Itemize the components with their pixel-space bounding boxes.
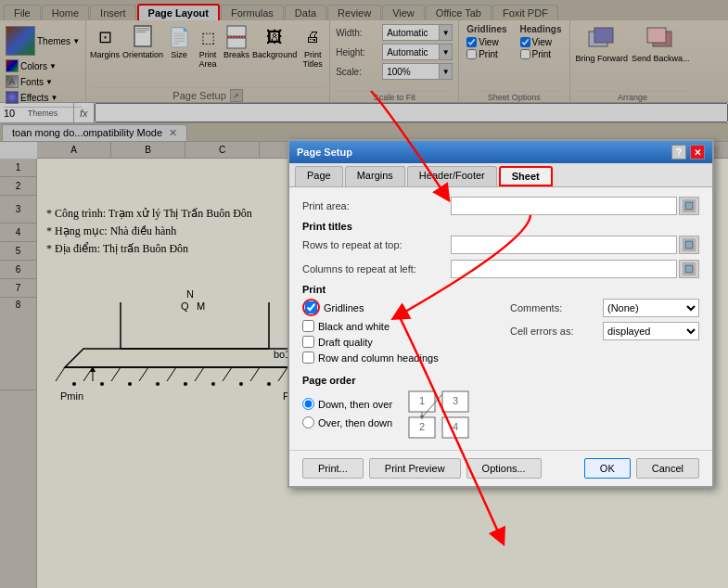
- comments-label: Comments:: [510, 302, 603, 313]
- cols-repeat-input[interactable]: [451, 260, 677, 278]
- down-then-over-radio[interactable]: [302, 398, 314, 410]
- dialog-close-btn[interactable]: ✕: [690, 145, 705, 160]
- cols-repeat-select-btn[interactable]: [679, 260, 699, 278]
- cell-errors-select[interactable]: displayed: [603, 322, 699, 340]
- print-two-col: Gridlines Black and white Draft quality: [302, 299, 699, 367]
- svg-rect-50: [685, 265, 693, 273]
- dialog-tab-margins[interactable]: Margins: [345, 166, 405, 186]
- print-area-input[interactable]: [451, 197, 677, 215]
- dialog-body: Print area: Print titles Rows to repeat …: [289, 187, 712, 450]
- options-btn[interactable]: Options...: [466, 458, 542, 479]
- row-col-headings-row: Row and column headings: [302, 352, 492, 364]
- page-order-controls: Down, then over Over, then down 1: [302, 390, 699, 441]
- svg-rect-48: [685, 241, 693, 249]
- dialog-titlebar: Page Setup ? ✕: [289, 141, 712, 163]
- cancel-btn[interactable]: Cancel: [636, 458, 699, 479]
- print-left: Gridlines Black and white Draft quality: [302, 299, 492, 367]
- cell-errors-row: Cell errors as: displayed: [510, 322, 699, 340]
- page-order-diagram: 1 3 2 4: [407, 390, 472, 441]
- ok-btn[interactable]: OK: [584, 458, 631, 479]
- over-then-down-row: Over, then down: [302, 416, 392, 428]
- over-then-down-label: Over, then down: [318, 417, 392, 428]
- down-then-over-label: Down, then over: [318, 399, 392, 410]
- draft-quality-label: Draft quality: [318, 337, 373, 348]
- row-col-headings-label: Row and column headings: [318, 352, 439, 364]
- rows-repeat-input[interactable]: [451, 236, 677, 254]
- black-white-row: Black and white: [302, 320, 492, 332]
- gridlines-row: Gridlines: [302, 299, 492, 316]
- gridlines-label: Gridlines: [324, 302, 364, 313]
- excel-window: File Home Insert Page Layout Formulas Da…: [0, 0, 728, 588]
- dialog-tab-sheet[interactable]: Sheet: [499, 166, 553, 186]
- black-white-label: Black and white: [318, 321, 390, 332]
- gridlines-check[interactable]: [305, 301, 317, 313]
- svg-text:3: 3: [453, 395, 458, 406]
- print-preview-btn[interactable]: Print Preview: [369, 458, 461, 479]
- dialog-footer: Print... Print Preview Options... OK Can…: [289, 450, 712, 486]
- rows-repeat-label: Rows to repeat at top:: [302, 239, 451, 250]
- comments-select[interactable]: (None): [603, 299, 699, 317]
- print-area-label: Print area:: [302, 200, 451, 211]
- svg-rect-46: [685, 202, 693, 210]
- page-order-label: Page order: [302, 375, 699, 386]
- svg-text:4: 4: [453, 421, 458, 432]
- rows-repeat-row: Rows to repeat at top:: [302, 236, 699, 254]
- svg-text:2: 2: [419, 421, 425, 432]
- row-col-headings-check[interactable]: [302, 352, 314, 364]
- draft-quality-check[interactable]: [302, 336, 314, 348]
- gridlines-circle: [302, 299, 320, 316]
- dialog-tabs: Page Margins Header/Footer Sheet: [289, 163, 712, 187]
- svg-text:1: 1: [419, 395, 425, 406]
- black-white-check[interactable]: [302, 320, 314, 332]
- rows-repeat-select-btn[interactable]: [679, 236, 699, 254]
- over-then-down-radio[interactable]: [302, 416, 314, 428]
- cols-repeat-row: Columns to repeat at left:: [302, 260, 699, 278]
- comments-row: Comments: (None): [510, 299, 699, 317]
- draft-quality-row: Draft quality: [302, 336, 492, 348]
- page-order-radios: Down, then over Over, then down: [302, 398, 392, 432]
- dialog-overlay: Page Setup ? ✕ Page Margins Header/Foote…: [0, 0, 728, 588]
- print-titles-label: Print titles: [302, 221, 699, 232]
- footer-spacer: [547, 458, 579, 479]
- dialog-title-icons: ? ✕: [671, 145, 705, 160]
- print-area-select-btn[interactable]: [679, 197, 699, 215]
- page-setup-dialog: Page Setup ? ✕ Page Margins Header/Foote…: [287, 139, 714, 488]
- print-btn[interactable]: Print...: [302, 458, 364, 479]
- down-then-over-row: Down, then over: [302, 398, 392, 410]
- cell-errors-label: Cell errors as:: [510, 326, 603, 337]
- dialog-tab-header-footer[interactable]: Header/Footer: [407, 166, 497, 186]
- cols-repeat-label: Columns to repeat at left:: [302, 263, 451, 275]
- print-area-row: Print area:: [302, 197, 699, 215]
- dialog-tab-page[interactable]: Page: [295, 166, 343, 186]
- dialog-help-btn[interactable]: ?: [671, 145, 686, 160]
- dialog-title: Page Setup: [297, 147, 352, 158]
- print-right: Comments: (None) Cell errors as: display…: [510, 299, 699, 367]
- print-section-label: Print: [302, 284, 699, 295]
